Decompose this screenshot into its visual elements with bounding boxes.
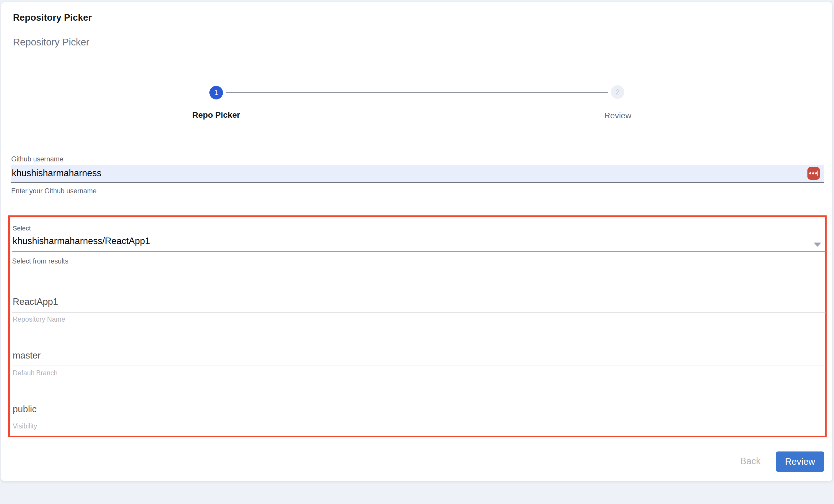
repository-name-label: Repository Name <box>13 316 65 323</box>
repository-name-value: ReactApp1 <box>13 297 58 307</box>
stepper-step-2-number: 2 <box>615 88 619 96</box>
repo-select-helper: Select from results <box>12 257 68 265</box>
github-username-label: Github username <box>11 155 63 163</box>
visibility-value: public <box>13 404 37 415</box>
review-button[interactable]: Review <box>776 452 824 472</box>
default-branch-label: Default Branch <box>13 369 58 377</box>
repo-select-underline <box>12 251 826 252</box>
github-username-value[interactable] <box>12 165 780 182</box>
lastpass-autofill-icon[interactable] <box>807 167 820 180</box>
default-branch-value: master <box>13 350 41 361</box>
chevron-down-icon[interactable] <box>814 243 821 247</box>
page-title: Repository Picker <box>13 13 92 23</box>
stepper-step-1-number: 1 <box>214 89 218 97</box>
repository-name-underline <box>12 312 826 313</box>
repository-picker-card: Repository Picker Repository Picker 1 2 … <box>1 2 832 481</box>
stepper-step-1-circle[interactable]: 1 <box>210 86 223 99</box>
stepper-connector-line <box>226 92 608 93</box>
back-button[interactable]: Back <box>731 452 770 471</box>
page-subtitle: Repository Picker <box>13 37 89 48</box>
stepper-step-2-circle[interactable]: 2 <box>611 85 624 99</box>
github-username-input[interactable] <box>10 165 824 183</box>
stepper-step-1-label: Repo Picker <box>163 110 269 120</box>
repo-select-label: Select <box>13 225 31 232</box>
stepper-step-2-label: Review <box>565 111 671 120</box>
annotation-highlight-box: Select khushisharmaharness/ReactApp1 Sel… <box>8 215 827 437</box>
visibility-label: Visibility <box>13 422 37 430</box>
visibility-underline <box>12 419 826 419</box>
default-branch-underline <box>12 366 826 366</box>
repo-select-dropdown[interactable]: khushisharmaharness/ReactApp1 <box>13 236 150 246</box>
github-username-helper: Enter your Github username <box>11 187 96 195</box>
